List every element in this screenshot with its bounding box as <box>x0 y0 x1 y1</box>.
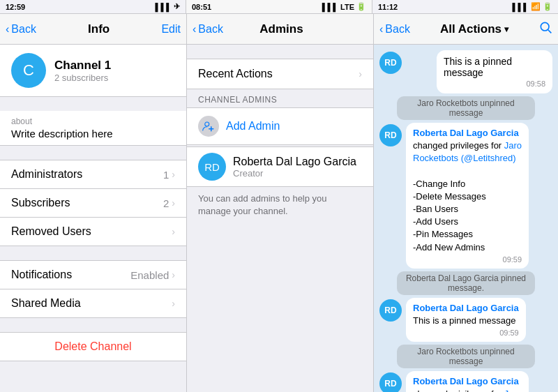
chat-bubble-2: Roberta Dal Lago Garcia changed privileg… <box>406 123 529 269</box>
time-panel2: 08:51 <box>192 3 211 11</box>
recent-actions-label: Recent Actions <box>198 68 273 80</box>
svg-line-4 <box>548 30 552 33</box>
bubble-text-4: changed privileges for JaroRocketbots (@… <box>413 388 522 392</box>
admin-name: Roberta Dal Lago Garcia <box>233 156 362 168</box>
delete-section: Delete Channel <box>0 332 186 361</box>
administrators-count: 1 <box>163 169 169 181</box>
subscribers-label: Subscribers <box>11 197 70 209</box>
chat-avatar-3: RD <box>379 299 402 322</box>
status-icons-panel2: ▌▌▌ LTE 🔋 <box>322 2 366 11</box>
panel-admins: ‹ Back Admins Recent Actions › CHANNEL A… <box>187 14 374 392</box>
admins-navbar: ‹ Back Admins <box>187 14 373 45</box>
admin-help-text: You can add admins to help you manage yo… <box>187 187 373 223</box>
channel-profile: C Channel 1 2 subscribers <box>0 45 186 97</box>
actions-title[interactable]: All Actions ▾ <box>440 22 508 36</box>
pinned-text: This is a pinned message <box>444 56 545 78</box>
bubble-text-3: This is a pinned message <box>413 315 519 327</box>
channel-avatar: C <box>11 53 46 88</box>
channel-name: Channel 1 <box>54 59 111 73</box>
chevron-left-icon-actions: ‹ <box>379 23 383 36</box>
subscribers-item[interactable]: Subscribers 2 › <box>0 189 186 218</box>
system-msg-1: Jaro Rocketbots unpinned message <box>397 96 535 120</box>
about-label: about <box>11 116 175 126</box>
main-content: ‹ Back Info Edit C Channel 1 2 subscribe… <box>0 14 558 392</box>
info-list: Administrators 1 › Subscribers 2 › Remov… <box>0 160 186 246</box>
notifications-label: Notifications <box>11 269 72 281</box>
panel-actions: ‹ Back All Actions ▾ RD This is a pinned… <box>374 14 558 392</box>
channel-admins-header: CHANNEL ADMINS <box>187 89 373 107</box>
admin-info: Roberta Dal Lago Garcia Creator <box>233 156 362 179</box>
actions-back-button[interactable]: ‹ Back <box>379 23 410 36</box>
status-icons-panel1: ▌▌▌ ✈ <box>156 2 180 11</box>
status-bar-panel2: 08:51 ▌▌▌ LTE 🔋 <box>186 0 372 14</box>
system-msg-3: Jaro Rocketbots unpinned message <box>397 345 535 368</box>
notifications-value: Enabled <box>130 269 169 281</box>
admin-avatar: RD <box>198 153 226 181</box>
add-admin-label: Add Admin <box>226 120 280 133</box>
pinned-time: 09:58 <box>444 80 545 88</box>
info-title: Info <box>88 22 110 36</box>
chat-bubble-4: Roberta Dal Lago Garcia changed privileg… <box>406 371 529 392</box>
info-back-button[interactable]: ‹ Back <box>6 23 36 36</box>
admins-title: Admins <box>259 22 303 36</box>
about-section: about Write description here <box>0 111 186 146</box>
removed-users-item[interactable]: Removed Users › <box>0 218 186 246</box>
status-icons-panel3: ▌▌▌ 📶 🔋 <box>513 2 552 11</box>
chat-avatar-1: RD <box>379 52 402 74</box>
shared-media-item[interactable]: Shared Media › <box>0 289 186 317</box>
subscribers-count: 2 <box>163 197 169 209</box>
chevron-right-icon4: › <box>172 269 175 280</box>
chat-bubble-3: Roberta Dal Lago Garcia This is a pinned… <box>406 298 526 342</box>
about-text: Write description here <box>11 128 175 140</box>
chat-row-1: RD This is a pinned message 09:58 <box>379 50 552 93</box>
search-icon[interactable] <box>538 20 552 38</box>
time-3: 09:59 <box>413 329 519 337</box>
info-edit-button[interactable]: Edit <box>161 23 181 36</box>
svg-point-0 <box>205 122 209 126</box>
chat-row-2: RD Roberta Dal Lago Garcia changed privi… <box>379 123 552 269</box>
bubble-text-2: changed privileges for JaroRocketbots (@… <box>413 140 522 254</box>
chevron-right-icon-recent: › <box>359 68 362 80</box>
shared-media-label: Shared Media <box>11 297 81 310</box>
time-panel1: 12:59 <box>6 3 25 11</box>
chevron-right-icon2: › <box>172 197 175 209</box>
system-msg-2: Roberta Dal Lago Garcia pinned message. <box>397 271 535 295</box>
actions-navbar: ‹ Back All Actions ▾ <box>374 14 558 45</box>
chat-avatar-2: RD <box>379 124 402 146</box>
admin-item: RD Roberta Dal Lago Garcia Creator <box>187 147 373 186</box>
pinned-message: This is a pinned message 09:58 <box>437 50 552 93</box>
admins-content: Recent Actions › CHANNEL ADMINS Add Admi… <box>187 45 373 392</box>
chevron-left-icon-admins: ‹ <box>193 23 196 36</box>
chat-messages: RD This is a pinned message 09:58 Jaro R… <box>374 45 558 392</box>
info-navbar: ‹ Back Info Edit <box>0 14 186 45</box>
chat-row-4: RD Roberta Dal Lago Garcia changed privi… <box>379 371 552 392</box>
channel-subscribers: 2 subscribers <box>54 73 111 83</box>
panel-info: ‹ Back Info Edit C Channel 1 2 subscribe… <box>0 14 187 392</box>
notifications-section: Notifications Enabled › Shared Media › <box>0 260 186 318</box>
time-2: 09:59 <box>413 255 522 264</box>
status-bar-panel1: 12:59 ▌▌▌ ✈ <box>0 0 186 14</box>
notifications-item[interactable]: Notifications Enabled › <box>0 261 186 289</box>
chat-row-3: RD Roberta Dal Lago Garcia This is a pin… <box>379 298 552 342</box>
admins-back-button[interactable]: ‹ Back <box>193 23 223 36</box>
time-panel3: 11:12 <box>378 3 398 11</box>
bubble-sender-4: Roberta Dal Lago Garcia <box>413 376 522 386</box>
admin-item-section: RD Roberta Dal Lago Garcia Creator <box>187 146 373 187</box>
chat-avatar-4: RD <box>379 372 402 392</box>
add-admin-section[interactable]: Add Admin <box>187 107 373 145</box>
channel-info: Channel 1 2 subscribers <box>54 59 111 83</box>
svg-point-3 <box>541 22 549 31</box>
dropdown-arrow-icon: ▾ <box>504 24 508 34</box>
delete-channel-button[interactable]: Delete Channel <box>11 340 175 353</box>
administrators-item[interactable]: Administrators 1 › <box>0 160 186 189</box>
recent-actions-item[interactable]: Recent Actions › <box>187 59 373 89</box>
admin-role: Creator <box>233 168 362 179</box>
administrators-label: Administrators <box>11 168 82 181</box>
chevron-right-icon5: › <box>172 298 175 309</box>
bubble-sender-2: Roberta Dal Lago Garcia <box>413 128 522 138</box>
bubble-sender-3: Roberta Dal Lago Garcia <box>413 303 519 313</box>
chevron-left-icon: ‹ <box>6 23 9 36</box>
chevron-right-icon3: › <box>172 226 175 237</box>
removed-users-label: Removed Users <box>11 225 91 238</box>
add-admin-icon <box>198 116 219 137</box>
